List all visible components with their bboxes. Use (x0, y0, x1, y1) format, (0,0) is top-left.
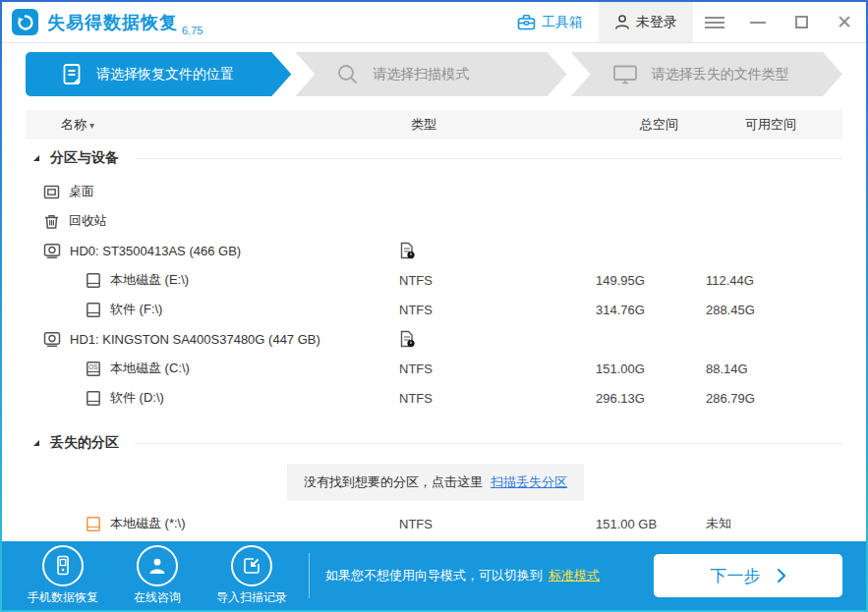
footer-divider (309, 553, 310, 598)
action-label: 在线咨询 (134, 589, 181, 606)
maximize-button[interactable] (780, 2, 823, 42)
column-header-total[interactable]: 总空间 (596, 116, 706, 134)
section-divider (135, 443, 842, 444)
expanded-triangle-icon (32, 439, 40, 447)
row-label: 桌面 (69, 183, 94, 200)
chevron-right-icon (777, 568, 786, 584)
magnifier-icon (336, 63, 359, 85)
login-label: 未登录 (636, 14, 677, 31)
column-header-free[interactable]: 可用空间 (706, 116, 842, 134)
online-consult-button[interactable]: 在线咨询 (134, 545, 181, 606)
monitor-icon (612, 64, 638, 85)
standard-mode-link[interactable]: 标准模式 (549, 567, 600, 584)
row-recycle-bin[interactable]: 回收站 (26, 206, 842, 236)
close-icon: ✕ (837, 13, 852, 31)
consultant-icon (137, 545, 178, 586)
svg-text:OS: OS (88, 363, 98, 370)
partition-icon (86, 302, 101, 318)
row-label: HD0: ST3500413AS (466 GB) (70, 244, 241, 258)
import-icon (231, 545, 272, 586)
row-partition-f[interactable]: 软件 (F:\) NTFS 314.76G 288.45G (26, 295, 842, 324)
row-partition-e[interactable]: 本地磁盘 (E:\) NTFS 149.95G 112.44G (26, 265, 842, 295)
wizard-steps: 请选择恢复文件的位置 请选择扫描模式 请选择丢失 (26, 52, 842, 96)
hard-drive-icon (43, 243, 61, 259)
partition-icon (86, 390, 101, 407)
row-label: 软件 (D:\) (110, 389, 164, 407)
file-info-icon (399, 242, 596, 260)
toolbox-label: 工具箱 (542, 14, 583, 31)
step-select-location[interactable]: 请选择恢复文件的位置 (26, 52, 291, 96)
expanded-triangle-icon (32, 154, 40, 162)
toolbox-button[interactable]: 工具箱 (501, 2, 599, 42)
import-scan-record-button[interactable]: 导入扫描记录 (216, 545, 287, 606)
row-label: 本地磁盘 (E:\) (110, 271, 189, 289)
column-header-type[interactable]: 类型 (399, 116, 596, 134)
row-hd0[interactable]: HD0: ST3500413AS (466 GB) (26, 236, 842, 265)
row-label: HD1: KINGSTON SA400S37480G (447 GB) (70, 332, 320, 347)
lost-partition-notice-row: 没有找到想要的分区，点击这里 扫描丢失分区 (26, 462, 842, 503)
user-icon (614, 14, 630, 30)
app-logo-icon (12, 9, 38, 35)
scan-lost-partitions-link[interactable]: 扫描丢失分区 (491, 473, 567, 491)
login-button[interactable]: 未登录 (599, 2, 693, 42)
step-label: 请选择扫描模式 (373, 66, 469, 83)
section-lost-partitions[interactable]: 丢失的分区 (26, 424, 842, 462)
menu-button[interactable] (693, 2, 736, 42)
toolbox-icon (517, 14, 536, 30)
app-title: 失易得数据恢复 (47, 11, 178, 34)
hard-drive-icon (43, 331, 61, 348)
row-label: 回收站 (69, 212, 107, 230)
step-file-types[interactable]: 请选择丢失的文件类型 (571, 52, 842, 96)
section-partitions-devices[interactable]: 分区与设备 (26, 139, 842, 177)
hamburger-icon (705, 14, 724, 31)
title-bar: 失易得数据恢复 6.75 工具箱 (2, 2, 866, 43)
row-label: 软件 (F:\) (110, 301, 162, 318)
sort-descending-icon: ▾ (89, 120, 94, 131)
column-header-name[interactable]: 名称 ▾ (26, 116, 399, 134)
row-hd1[interactable]: HD1: KINGSTON SA400S37480G (447 GB) (26, 324, 842, 354)
action-label: 导入扫描记录 (216, 589, 287, 606)
app-window: 失易得数据恢复 6.75 工具箱 (0, 0, 868, 612)
desktop-icon (43, 184, 60, 200)
file-info-icon (399, 330, 596, 349)
row-label: 本地磁盘 (*:\) (110, 515, 186, 532)
next-step-button[interactable]: 下一步 (654, 554, 842, 597)
drive-list: 名称 ▾ 类型 总空间 可用空间 分区与设备 (26, 96, 842, 541)
phone-icon (42, 545, 84, 586)
recycle-bin-icon (43, 213, 60, 230)
lost-partition-icon (86, 516, 101, 532)
row-partition-c[interactable]: OS 本地磁盘 (C:\) NTFS 151.00G 88.14G (26, 354, 842, 383)
step-scan-mode[interactable]: 请选择扫描模式 (295, 52, 566, 96)
maximize-icon (795, 16, 808, 28)
section-label: 丢失的分区 (50, 434, 119, 452)
minimize-icon (750, 22, 766, 24)
row-desktop[interactable]: 桌面 (26, 177, 842, 206)
lost-partition-notice: 没有找到想要的分区，点击这里 扫描丢失分区 (287, 464, 584, 501)
partition-icon (86, 272, 101, 289)
action-label: 手机数据恢复 (28, 589, 98, 606)
row-lost-partition[interactable]: 本地磁盘 (*:\) NTFS 151.00 GB 未知 (26, 509, 842, 538)
os-partition-icon: OS (86, 361, 101, 377)
section-label: 分区与设备 (50, 149, 119, 167)
document-edit-icon (61, 63, 83, 86)
step-label: 请选择丢失的文件类型 (652, 66, 789, 83)
footer-bar: 手机数据恢复 在线咨询 (2, 541, 866, 610)
phone-recovery-button[interactable]: 手机数据恢复 (28, 545, 98, 606)
minimize-button[interactable] (736, 2, 780, 42)
table-header: 名称 ▾ 类型 总空间 可用空间 (26, 110, 842, 139)
row-label: 本地磁盘 (C:\) (110, 360, 190, 377)
mode-hint-text: 如果您不想使用向导模式，可以切换到 (325, 567, 543, 584)
app-version: 6.75 (182, 25, 203, 42)
close-button[interactable]: ✕ (823, 2, 866, 42)
step-label: 请选择恢复文件的位置 (96, 66, 234, 83)
section-divider (135, 158, 842, 159)
notice-text: 没有找到想要的分区，点击这里 (304, 473, 483, 491)
next-step-label: 下一步 (711, 565, 761, 587)
row-partition-d[interactable]: 软件 (D:\) NTFS 296.13G 286.79G (26, 383, 842, 413)
